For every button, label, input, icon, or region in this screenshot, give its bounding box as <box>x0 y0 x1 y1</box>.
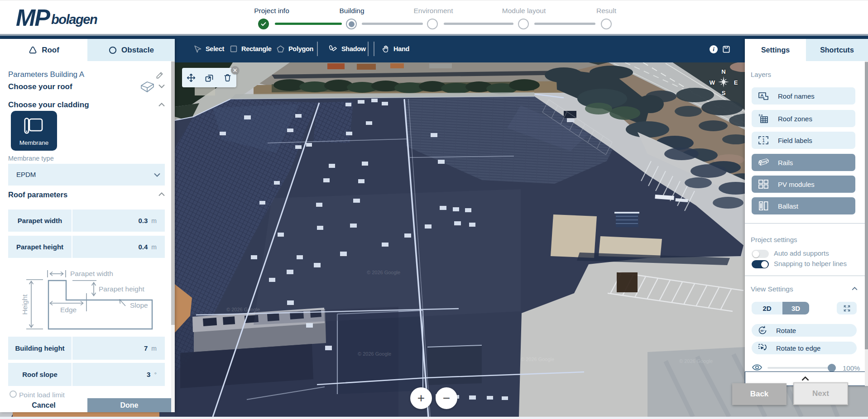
svg-text:90°: 90° <box>761 329 765 332</box>
svg-text:A: A <box>760 93 763 98</box>
svg-text:Slope: Slope <box>130 301 148 309</box>
svg-text:1: 1 <box>762 138 765 143</box>
svg-text:Parapet height: Parapet height <box>99 285 145 293</box>
svg-text:© 2026 Google: © 2026 Google <box>367 270 400 275</box>
svg-text:© 2026 Google: © 2026 Google <box>521 357 554 362</box>
svg-text:Edge: Edge <box>60 306 77 314</box>
svg-text:Parapet width: Parapet width <box>70 270 113 277</box>
svg-text:© 2026 Google: © 2026 Google <box>358 351 391 357</box>
svg-text:© 2026 Google: © 2026 Google <box>679 358 713 364</box>
svg-text:Height: Height <box>21 294 29 314</box>
svg-text:© 2026 Google: © 2026 Google <box>226 307 260 312</box>
